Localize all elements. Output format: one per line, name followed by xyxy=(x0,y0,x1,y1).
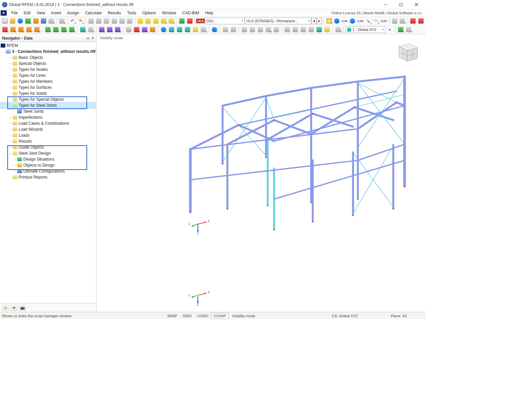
table-4-button[interactable] xyxy=(111,17,118,25)
tree-item[interactable]: ›Loads xyxy=(0,132,96,138)
expand-icon[interactable]: › xyxy=(8,92,13,95)
bracket-button[interactable] xyxy=(391,17,398,25)
bar-4-button[interactable] xyxy=(308,26,315,33)
tree-types-steel-joints[interactable]: ⌄ Types for Steel Joints xyxy=(0,102,96,108)
table-5-button[interactable] xyxy=(118,17,125,25)
tree-root[interactable]: RFEM xyxy=(0,43,96,49)
dim-xxx3-icon[interactable]: x.xx xyxy=(380,17,387,25)
menu-view[interactable]: View xyxy=(34,10,48,16)
tree-item[interactable]: ›Results xyxy=(0,138,96,144)
select-5-button[interactable] xyxy=(168,17,175,25)
logo-icon[interactable]: R xyxy=(1,10,7,16)
maximize-button[interactable] xyxy=(396,1,406,8)
load-2-button[interactable] xyxy=(106,26,113,33)
expand-icon[interactable]: › xyxy=(8,134,13,137)
select-4-button[interactable] xyxy=(160,17,167,25)
tree-item[interactable]: ›Basic Objects xyxy=(0,55,96,61)
next-case-button[interactable]: ► xyxy=(317,18,322,24)
redo-button[interactable]: ↷ xyxy=(77,17,84,25)
arrow-dim-button[interactable]: ↘ xyxy=(365,17,372,25)
select-3-button[interactable] xyxy=(152,17,159,25)
reload-button[interactable] xyxy=(17,17,24,25)
tree-steel-joints[interactable]: Steel Joints xyxy=(0,108,96,114)
coord-1-button[interactable] xyxy=(333,17,340,25)
box-3-button[interactable] xyxy=(141,26,148,33)
snap-grid[interactable]: GRID xyxy=(180,313,194,319)
expand-icon[interactable]: › xyxy=(8,122,13,125)
menu-cadbim[interactable]: CAD-BIM xyxy=(180,10,202,16)
prev-case-button[interactable]: ◄ xyxy=(311,18,317,24)
expand-icon[interactable]: › xyxy=(8,98,13,101)
bar-3-button[interactable] xyxy=(300,26,307,33)
menu-insert[interactable]: Insert xyxy=(49,10,64,16)
table-6-button[interactable] xyxy=(126,17,133,25)
delete-button[interactable] xyxy=(410,17,417,25)
bar-1-button[interactable] xyxy=(284,26,291,33)
tree-item[interactable]: ›Imperfections xyxy=(0,114,96,120)
snap-lgrid[interactable]: LGRID xyxy=(195,313,210,319)
hinge-1-button[interactable] xyxy=(79,26,86,33)
tree-model[interactable]: ⌄ 3 - Connections finished_without resul… xyxy=(0,49,96,55)
tree-ultimate-config[interactable]: › Ultimate Configurations xyxy=(0,168,96,174)
wave-dim-button[interactable]: 〰 xyxy=(372,17,379,25)
support-4-button[interactable] xyxy=(68,26,75,33)
menu-help[interactable]: Help xyxy=(202,10,216,16)
load-1-button[interactable] xyxy=(98,26,105,33)
table-2-button[interactable] xyxy=(95,17,102,25)
bar-5-button[interactable] xyxy=(316,26,323,33)
nav-tab-display-icon[interactable]: 👁 xyxy=(11,305,17,311)
member-button[interactable] xyxy=(17,26,25,33)
navigator-close-icon[interactable]: ✕ xyxy=(91,36,94,40)
menu-results[interactable]: Results xyxy=(105,10,124,16)
support-3-button[interactable] xyxy=(60,26,67,33)
open-button[interactable] xyxy=(9,17,16,25)
hinge-2-button[interactable] xyxy=(87,26,94,33)
toolset-a1[interactable] xyxy=(160,26,167,33)
snap-snap[interactable]: SNAP xyxy=(165,313,180,319)
expand-icon[interactable]: › xyxy=(8,86,13,89)
tree-objects-to-design[interactable]: › Objects to Design xyxy=(0,162,96,168)
expand-icon[interactable]: › xyxy=(8,116,13,119)
menu-options[interactable]: Options xyxy=(140,10,159,16)
box-1-button[interactable] xyxy=(125,26,132,33)
support-1-button[interactable] xyxy=(44,26,52,33)
menu-edit[interactable]: Edit xyxy=(21,10,33,16)
menu-window[interactable]: Window xyxy=(159,10,179,16)
expand-icon[interactable]: › xyxy=(13,164,17,167)
proj-1-button[interactable] xyxy=(241,26,248,33)
expand-icon[interactable]: › xyxy=(8,80,13,83)
uls-badge-button[interactable]: ULS xyxy=(197,17,204,25)
tree-item[interactable]: ›Types for Lines xyxy=(0,72,96,78)
toolset-a4[interactable] xyxy=(184,26,191,33)
viewport[interactable]: Visibility mode -Y -X xyxy=(96,35,426,312)
tree-steel-joint-design[interactable]: ⌄ Steel Joint Design xyxy=(0,150,96,156)
proj-4-button[interactable] xyxy=(265,26,272,33)
delete2-button[interactable] xyxy=(417,17,424,25)
proj-2-button[interactable] xyxy=(249,26,256,33)
expand-icon[interactable]: › xyxy=(8,74,13,77)
support-2-button[interactable] xyxy=(52,26,60,33)
tree-item[interactable]: ›Guide Objects xyxy=(0,144,96,150)
expand-icon[interactable]: ⌄ xyxy=(8,152,13,155)
cs-combo[interactable]: 1 - Global XYZ▾ xyxy=(345,26,385,33)
copy-button[interactable] xyxy=(59,17,66,25)
menu-assign[interactable]: Assign xyxy=(65,10,82,16)
tree-item[interactable]: ›Special Objects xyxy=(0,61,96,66)
expand-icon[interactable]: › xyxy=(13,158,17,161)
star-button[interactable] xyxy=(326,17,332,25)
proj-3-button[interactable] xyxy=(257,26,264,33)
plane2-button[interactable] xyxy=(405,26,412,33)
table-1-button[interactable] xyxy=(87,17,94,25)
model-manager-button[interactable] xyxy=(25,17,32,25)
filter-button[interactable] xyxy=(211,26,218,33)
close-button[interactable] xyxy=(412,1,421,8)
expand-icon[interactable]: › xyxy=(8,68,13,71)
load-combo[interactable]: ULS (STR/GEO) - Permanent...▾ xyxy=(245,18,311,24)
toolset-a5[interactable] xyxy=(192,26,199,33)
navigator-pin-icon[interactable]: ▭ xyxy=(86,36,89,40)
expand-icon[interactable]: › xyxy=(8,146,13,149)
select-2-button[interactable] xyxy=(145,17,152,25)
expand-icon[interactable]: › xyxy=(13,170,17,173)
model-3d-view[interactable] xyxy=(113,41,422,273)
undo-button[interactable]: ↶ xyxy=(69,17,76,25)
